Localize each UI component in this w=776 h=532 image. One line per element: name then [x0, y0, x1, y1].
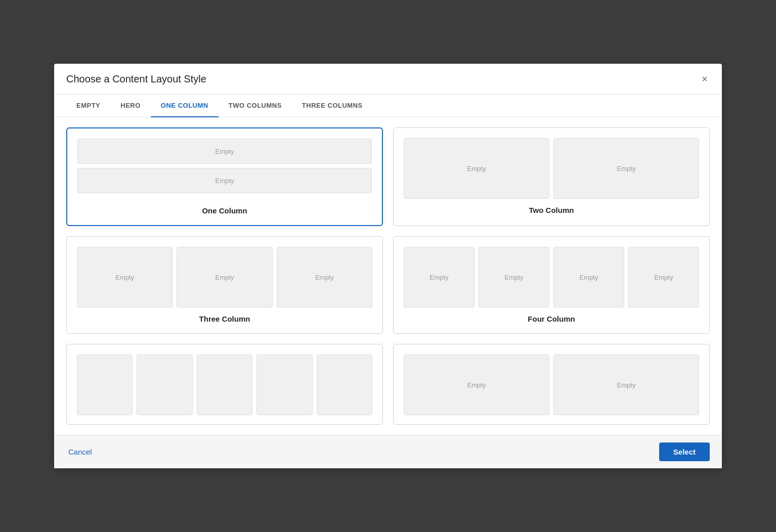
layout-card-three-column[interactable]: Empty Empty Empty Three Column: [66, 236, 383, 334]
three-column-label: Three Column: [77, 315, 372, 323]
empty-block: Empty: [479, 247, 549, 307]
empty-block: [197, 354, 252, 415]
tab-two-columns[interactable]: TWO COLUMNS: [219, 95, 292, 117]
dialog-overlay: Choose a Content Layout Style × EMPTY HE…: [0, 0, 776, 532]
dialog: Choose a Content Layout Style × EMPTY HE…: [54, 64, 722, 468]
empty-block: Empty: [553, 138, 699, 199]
five-column-preview: [77, 354, 372, 415]
tab-hero[interactable]: HERO: [110, 95, 151, 117]
tabs-bar: EMPTY HERO ONE COLUMN TWO COLUMNS THREE …: [54, 95, 722, 117]
layout-card-five-column[interactable]: [66, 344, 383, 425]
dialog-footer: Cancel Select: [54, 435, 722, 468]
close-button[interactable]: ×: [700, 72, 710, 86]
layout-card-one-column[interactable]: Empty Empty One Column: [66, 127, 383, 226]
two-column-variant-preview: Empty Empty: [404, 354, 699, 415]
tab-one-column[interactable]: ONE COLUMN: [151, 95, 219, 117]
two-column-label: Two Column: [404, 206, 699, 214]
empty-block: Empty: [628, 247, 699, 307]
one-column-label: One Column: [77, 206, 372, 215]
dialog-body: Empty Empty One Column Empty Empty Two C…: [54, 117, 722, 435]
dialog-title: Choose a Content Layout Style: [66, 73, 206, 85]
empty-block: Empty: [277, 247, 372, 307]
empty-block: Empty: [553, 354, 699, 415]
empty-block: [256, 354, 312, 415]
layout-grid: Empty Empty One Column Empty Empty Two C…: [66, 127, 710, 425]
layout-card-four-column[interactable]: Empty Empty Empty Empty Four Column: [393, 236, 710, 334]
four-column-label: Four Column: [404, 315, 699, 323]
layout-card-two-column-variant[interactable]: Empty Empty: [393, 344, 710, 425]
empty-block: [77, 354, 133, 415]
empty-block: [317, 354, 372, 415]
empty-block: Empty: [553, 247, 624, 307]
empty-block: Empty: [404, 247, 475, 307]
four-column-preview: Empty Empty Empty Empty: [404, 247, 699, 307]
cancel-button[interactable]: Cancel: [66, 444, 94, 460]
select-button[interactable]: Select: [659, 442, 710, 461]
tab-three-columns[interactable]: THREE COLUMNS: [292, 95, 373, 117]
empty-block: Empty: [77, 247, 173, 307]
empty-block: Empty: [77, 168, 372, 193]
empty-block: [137, 354, 192, 415]
empty-block: Empty: [77, 139, 372, 164]
layout-card-two-column[interactable]: Empty Empty Two Column: [393, 127, 710, 226]
three-column-preview: Empty Empty Empty: [77, 247, 372, 307]
empty-block: Empty: [177, 247, 272, 307]
one-column-preview: Empty Empty: [77, 139, 372, 199]
empty-block: Empty: [404, 354, 549, 415]
dialog-header: Choose a Content Layout Style ×: [54, 64, 722, 95]
empty-block: Empty: [404, 138, 549, 199]
tab-empty[interactable]: EMPTY: [66, 95, 110, 117]
two-column-preview: Empty Empty: [404, 138, 699, 199]
